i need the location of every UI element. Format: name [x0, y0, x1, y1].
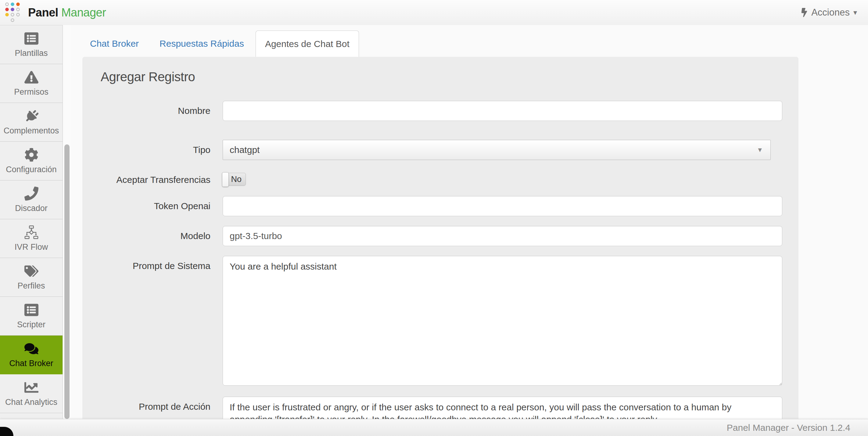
toggle-state-label: No	[231, 175, 242, 184]
sidebar-item-configuraci-n[interactable]: Configuración	[0, 142, 63, 180]
token-openai-input[interactable]	[223, 196, 782, 216]
nombre-input[interactable]	[223, 101, 782, 121]
panel-manager-app: Panel Manager Acciones ▾ Plantillas Perm…	[0, 0, 868, 436]
aceptar-transferencias-toggle[interactable]: No	[223, 173, 246, 186]
sidebar-item-scripter[interactable]: Scripter	[0, 297, 63, 336]
form-row-prompt-sistema: Prompt de Sistema You are a helpful assi…	[82, 256, 799, 387]
form-row-tipo: Tipo chatgpt ▼	[82, 140, 799, 160]
version-text: Panel Manager - Version 1.2.4	[727, 423, 850, 433]
actions-label: Acciones	[811, 7, 850, 18]
sidebar-item-permisos[interactable]: Permisos	[0, 64, 63, 103]
form-row-modelo: Modelo	[82, 226, 799, 246]
caret-down-icon: ▾	[854, 9, 857, 16]
sidebar-item-perfiles[interactable]: Perfiles	[0, 258, 63, 297]
sidebar-item-chat-analytics[interactable]: Chat Analytics	[0, 374, 63, 413]
brand-name-light: Manager	[61, 6, 106, 19]
form-panel: Agregar Registro Nombre Tipo chatgpt ▼ A…	[82, 57, 799, 436]
scrollbar-thumb[interactable]	[64, 144, 69, 419]
sidebar-item-discador[interactable]: Discador	[0, 180, 63, 219]
prompt-accion-label: Prompt de Acción	[82, 397, 223, 417]
tipo-select[interactable]: chatgpt ▼	[223, 140, 771, 160]
form-row-nombre: Nombre	[82, 101, 799, 121]
select-caret-icon: ▼	[757, 146, 763, 153]
tab-chat-broker[interactable]: Chat Broker	[81, 31, 148, 57]
phone-icon	[24, 186, 38, 201]
actions-menu-button[interactable]: Acciones ▾	[801, 0, 857, 25]
form-row-token-openai: Token Openai	[82, 196, 799, 216]
logo-dots-icon	[5, 2, 21, 23]
brand-name-bold: Panel	[28, 6, 58, 19]
token-openai-label: Token Openai	[82, 196, 223, 216]
prompt-sistema-label: Prompt de Sistema	[82, 256, 223, 276]
sidebar-scrollbar[interactable]	[63, 25, 71, 419]
form-row-aceptar-transferencias: Aceptar Transferencias No	[82, 170, 799, 190]
tab-respuestas-r-pidas[interactable]: Respuestas Rápidas	[150, 31, 253, 57]
tab-bar: Chat Broker Respuestas Rápidas Agentes d…	[81, 31, 362, 57]
bolt-icon	[801, 8, 808, 17]
chart-icon	[24, 380, 38, 395]
chat-icon	[24, 342, 38, 356]
sidebar-item-ivr-flow[interactable]: IVR Flow	[0, 219, 63, 258]
app-logo: Panel Manager	[5, 0, 106, 25]
nombre-label: Nombre	[82, 101, 223, 121]
modelo-label: Modelo	[82, 226, 223, 246]
page-title: Agregar Registro	[101, 69, 799, 84]
tab-agentes-de-chat-bot[interactable]: Agentes de Chat Bot	[255, 31, 359, 57]
sidebar-item-plantillas[interactable]: Plantillas	[0, 25, 63, 64]
aceptar-transferencias-label: Aceptar Transferencias	[82, 170, 223, 190]
tipo-label: Tipo	[82, 140, 223, 160]
plug-icon	[24, 109, 38, 123]
sidebar-item-chat-broker[interactable]: Chat Broker	[0, 336, 63, 374]
sidebar: Plantillas Permisos Complementos Configu…	[0, 25, 63, 419]
warning-icon	[24, 70, 38, 84]
prompt-sistema-textarea[interactable]: You are a helpful assistant	[223, 256, 782, 386]
tags-icon	[24, 264, 38, 278]
modelo-input[interactable]	[223, 226, 782, 246]
toggle-handle-icon	[222, 172, 229, 187]
app-header: Panel Manager Acciones ▾	[0, 0, 868, 25]
app-footer: Panel Manager - Version 1.2.4	[0, 419, 868, 436]
list-icon	[24, 31, 38, 46]
list-icon	[24, 303, 38, 317]
flow-icon	[24, 225, 38, 239]
gear-icon	[24, 148, 38, 162]
sidebar-item-complementos[interactable]: Complementos	[0, 103, 63, 142]
tipo-select-value: chatgpt	[230, 145, 259, 155]
